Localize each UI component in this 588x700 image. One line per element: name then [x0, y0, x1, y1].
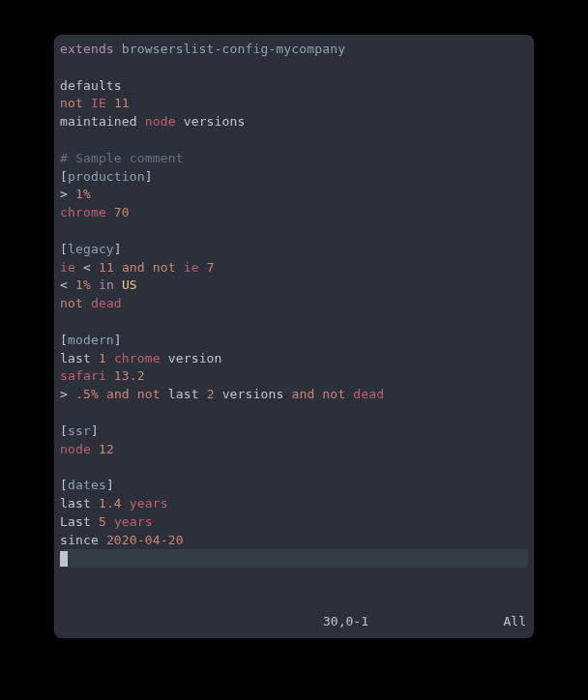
extends-target: browserslist-config-mycompany [122, 42, 345, 56]
line: not IE 11 [60, 96, 130, 110]
blank [60, 314, 68, 329]
section-header: [legacy] [60, 242, 122, 256]
line: < 1% in US [60, 277, 137, 292]
cursor-line [60, 549, 528, 568]
section-header: [modern] [60, 333, 122, 347]
blank [60, 132, 68, 147]
line: not dead [60, 296, 122, 310]
line: safari 13.2 [60, 368, 145, 383]
line: defaults [60, 78, 122, 93]
status-position: 30,0-1 [323, 613, 478, 631]
code-area[interactable]: extends browserslist-config-mycompany de… [60, 41, 528, 568]
line: # Sample comment [60, 151, 184, 165]
blank [60, 459, 68, 474]
line: maintained node versions [60, 114, 246, 129]
blank [60, 60, 68, 74]
line: node 12 [60, 442, 114, 456]
line: Last 5 years [60, 514, 153, 529]
line: > .5% and not last 2 versions and not de… [60, 387, 384, 401]
blank [60, 223, 68, 238]
line: last 1 chrome version [60, 351, 222, 365]
section-header: [production] [60, 169, 153, 184]
line: extends browserslist-config-mycompany [60, 42, 345, 56]
line: last 1.4 years [60, 496, 168, 510]
editor-window: extends browserslist-config-mycompany de… [54, 35, 534, 638]
kw-defaults: defaults [60, 78, 122, 93]
section-header: [dates] [60, 478, 114, 492]
section-header: [ssr] [60, 423, 99, 438]
line: > 1% [60, 187, 91, 201]
line: since 2020-04-20 [60, 533, 184, 547]
comment: # Sample comment [60, 151, 184, 165]
line: ie < 11 and not ie 7 [60, 260, 215, 275]
status-bar: 30,0-1 All [60, 613, 528, 630]
line: chrome 70 [60, 205, 130, 219]
kw-extends: extends [60, 42, 114, 56]
cursor-icon [60, 551, 68, 567]
blank [60, 405, 68, 420]
status-scroll: All [478, 613, 528, 631]
